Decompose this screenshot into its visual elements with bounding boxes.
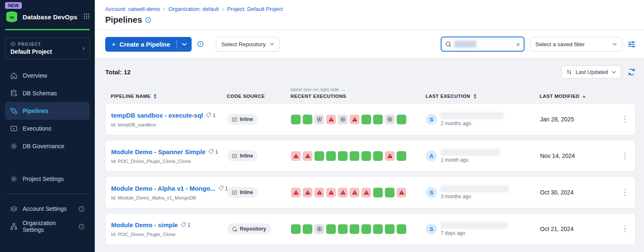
sort-updown-icon [473,94,477,99]
sidebar-item-executions[interactable]: Executions [5,120,90,137]
column-header-pipeline-name[interactable]: PIPELINE NAME [105,94,227,99]
execution-square-success[interactable] [338,151,348,161]
database-icon [10,89,18,97]
sidebar-item-label: Organization Settings [23,220,73,233]
last-modified-date: Nov 14, 2024 [540,152,615,159]
saved-filter-dropdown[interactable]: Select a saved filter [530,37,622,52]
select-repository-label: Select Repository [221,41,266,47]
filter-sliders-icon[interactable] [628,41,636,47]
sidebar-item-label: Pipelines [23,108,48,114]
code-source-badge: Repository [227,223,271,234]
app-window: NEW ∞ Database DevOps PROJECT D [0,0,644,252]
column-header-last-modified[interactable]: LAST MODIFIED [540,94,614,99]
project-name: Default Project [10,48,84,55]
inline-icon [232,153,237,159]
row-actions-kebab-icon[interactable] [623,114,628,125]
row-actions-kebab-icon[interactable] [623,187,628,198]
sidebar-item-organization-settings[interactable]: Organization Settings [5,218,90,235]
pipeline-name-link[interactable]: Module Demo - simple [111,221,178,228]
sidebar-item-project-settings[interactable]: Project Settings [5,170,90,188]
execution-square-success[interactable] [303,224,312,234]
execution-square-success[interactable] [350,224,359,234]
clear-search-icon[interactable]: × [516,41,520,47]
breadcrumb-project-link[interactable]: Project: Default Project [227,6,283,12]
create-pipeline-button[interactable]: + Create a Pipeline [105,37,192,52]
app-grid-icon[interactable] [83,13,90,21]
execution-square-failed[interactable] [350,115,359,124]
row-actions-kebab-icon[interactable] [623,151,628,161]
breadcrumb-organization-link[interactable]: Organization: default [169,6,219,12]
execution-square-success[interactable] [291,224,301,234]
refresh-icon[interactable] [628,68,636,76]
code-source-label: Inline [240,153,253,159]
sidebar-item-pipelines[interactable]: Pipelines [5,102,90,120]
page-header: Account: satwell-demo › Organization: de… [95,0,644,30]
pipeline-name-link[interactable]: tempDB sandbox - execute-sql [111,112,203,119]
sidebar-item-db-governance[interactable]: DB Governance [5,137,90,155]
execution-square-failed[interactable] [303,151,312,161]
execution-square-failed[interactable] [303,188,312,197]
sidebar-item-overview[interactable]: Overview [5,67,90,84]
execution-square-failed[interactable] [326,115,336,124]
new-badge: NEW [5,2,22,9]
execution-square-failed[interactable] [314,188,324,197]
project-switcher[interactable]: PROJECT Default Project › [5,37,90,59]
info-icon[interactable] [197,41,204,47]
execution-square-success[interactable] [361,115,371,124]
create-pipeline-dropdown-toggle[interactable] [177,37,192,52]
select-repository-dropdown[interactable]: Select Repository [216,37,280,52]
execution-square-success[interactable] [326,151,336,161]
execution-square-success[interactable] [397,224,406,234]
execution-square-success[interactable] [385,224,395,234]
pipeline-id: Id: Module_Demo_Alpha_v1_MongoDB [111,195,227,200]
execution-square-success[interactable] [361,151,371,161]
info-icon[interactable] [78,223,85,230]
sidebar-item-db-schemas[interactable]: DB Schemas [5,84,90,102]
chevron-down-icon [612,71,616,74]
execution-square-success[interactable] [338,224,348,234]
last-modified-date: Oct 30, 2024 [540,189,615,196]
execution-square-success[interactable] [373,188,383,197]
execution-square-success[interactable] [291,115,301,124]
execution-square-success[interactable] [373,224,383,234]
sidebar-item-account-settings[interactable]: Account Settings [5,200,90,218]
search-input[interactable]: × [441,37,525,52]
execution-square-failed[interactable] [338,188,348,197]
avatar: S [426,187,437,198]
execution-square-success[interactable] [397,151,406,161]
pipeline-name-link[interactable]: Module Demo - Alpha v1 - Mongo... [111,185,216,192]
execution-square-failed[interactable] [385,151,395,161]
execution-square-failed[interactable] [291,188,301,197]
execution-square-cancelled[interactable] [314,224,324,234]
execution-square-success[interactable] [303,115,312,124]
execution-square-success[interactable] [373,115,383,124]
execution-square-cancelled[interactable] [338,115,348,124]
execution-square-cancelled[interactable] [314,115,324,124]
execution-square-success[interactable] [314,151,324,161]
sort-dropdown[interactable]: Last Updated [561,66,621,79]
info-icon[interactable] [145,17,151,23]
execution-square-failed[interactable] [291,151,301,161]
execution-square-success[interactable] [361,224,371,234]
column-header-last-execution[interactable]: LAST EXECUTION [426,94,540,99]
breadcrumb-account-link[interactable]: Account: satwell-demo [105,6,160,12]
execution-square-success[interactable] [397,115,406,124]
row-actions-kebab-icon[interactable] [623,224,628,234]
execution-time-ago: 2 months ago [441,121,504,126]
column-label: LAST EXECUTION [426,94,470,99]
tag-icon [208,149,214,155]
info-icon[interactable] [78,206,85,212]
chevron-right-icon: › [82,44,85,52]
table-header: PIPELINE NAME CODE SOURCE latest one on … [105,87,636,99]
execution-square-success[interactable] [350,151,359,161]
execution-square-failed[interactable] [326,188,336,197]
execution-square-failed[interactable] [361,188,371,197]
execution-square-failed[interactable] [397,188,406,197]
pipeline-name-link[interactable]: Module Demo - Spanner Simple [111,148,205,155]
create-pipeline-label: Create a Pipeline [119,41,170,48]
execution-square-success[interactable] [373,151,383,161]
execution-square-success[interactable] [326,224,336,234]
execution-square-cancelled[interactable] [385,115,395,124]
execution-square-failed[interactable] [350,188,359,197]
execution-square-success[interactable] [385,188,395,197]
